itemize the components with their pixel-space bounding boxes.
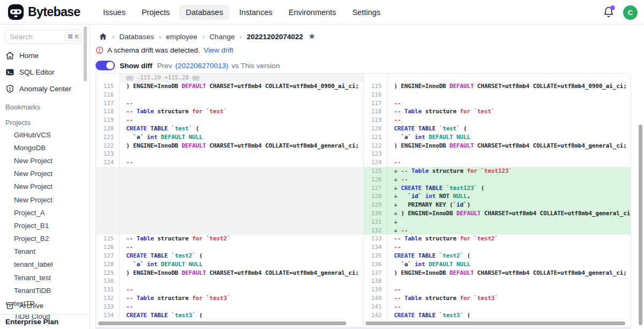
horizontal-scrollbar-right[interactable]: [365, 321, 625, 325]
project-item[interactable]: New Project: [0, 180, 90, 193]
line-number: 119: [96, 116, 120, 125]
project-item[interactable]: Tenant: [0, 245, 90, 258]
brand[interactable]: Bytebase: [0, 4, 90, 20]
diff-row: 133-- Table structure for `test2`: [364, 235, 631, 243]
diff-pane-current: 115) ENGINE=InnoDB DEFAULT CHARSET=utf8m…: [363, 74, 631, 328]
project-item[interactable]: GitHubVCS: [0, 128, 90, 141]
line-number: 131: [96, 286, 120, 294]
diff-row: 131--: [96, 286, 363, 294]
project-item[interactable]: TenantTiDB: [0, 284, 90, 297]
line-number: 136: [364, 260, 387, 269]
diff-row: 116: [96, 91, 363, 99]
project-item[interactable]: Tenant_test: [0, 271, 90, 284]
line-number: 141: [364, 303, 387, 311]
diff-row: 127CREATE TABLE `test2` (: [96, 252, 363, 260]
chevron-right-icon: ›: [202, 33, 204, 41]
project-item[interactable]: MongoDB: [0, 141, 90, 154]
line-number: 115: [96, 82, 120, 91]
project-item[interactable]: Project_A: [0, 206, 90, 219]
prev-version-link[interactable]: (202206270013): [175, 62, 229, 70]
nav-item-issues[interactable]: Issues: [97, 5, 132, 20]
project-item[interactable]: New Project: [0, 154, 90, 167]
code-line: -- Table structure for `test`: [120, 107, 363, 116]
breadcrumb-home-icon[interactable]: [99, 32, 107, 41]
diff-hunk-header: [364, 74, 631, 82]
line-number: [96, 226, 120, 235]
nav-item-instances[interactable]: Instances: [233, 5, 279, 20]
line-number: 123: [96, 150, 120, 158]
show-diff-toggle[interactable]: [96, 61, 115, 70]
line-number: [96, 192, 120, 201]
breadcrumb-item-databases[interactable]: Databases: [119, 33, 154, 41]
line-number: [96, 201, 120, 209]
diff-row: 142CREATE TABLE `test3` (: [364, 311, 631, 320]
code-line: [387, 74, 631, 82]
sidebar-scrollbar[interactable]: [84, 26, 87, 82]
nav-item-settings[interactable]: Settings: [346, 5, 386, 20]
code-line: `a` int DEFAULT NULL: [387, 133, 631, 142]
code-line: [120, 192, 363, 201]
code-line: [120, 91, 363, 99]
star-icon[interactable]: ★: [308, 32, 316, 41]
notifications-button[interactable]: [603, 6, 614, 18]
sidebar-item-sql-editor[interactable]: SQL Editor: [0, 64, 90, 81]
diff-row: 140-- Table structure for `test3`: [364, 294, 631, 303]
diff-row: 129) ENGINE=InnoDB DEFAULT CHARSET=utf8m…: [96, 269, 363, 277]
line-number: 127: [364, 184, 387, 193]
sidebar-item-anomaly-center[interactable]: Anomaly Center: [0, 81, 90, 97]
diff-row: 122) ENGINE=InnoDB DEFAULT CHARSET=utf8m…: [364, 142, 631, 150]
sidebar-section-projects: Projects: [0, 113, 90, 128]
project-list: GitHubVCSMongoDBNew ProjectNew ProjectNe…: [0, 128, 90, 323]
sidebar-item-home[interactable]: Home: [0, 47, 90, 64]
diff-row: 118-- Table structure for `test`: [96, 107, 363, 116]
breadcrumb-item-change[interactable]: Change: [209, 33, 235, 41]
sidebar-item-archive[interactable]: Archive: [0, 297, 90, 314]
code-line: ) ENGINE=InnoDB DEFAULT CHARSET=utf8mb4 …: [387, 142, 631, 150]
line-number: 118: [96, 107, 120, 116]
nav-item-projects[interactable]: Projects: [135, 5, 176, 20]
diff-row-added: 130+ ) ENGINE=InnoDB DEFAULT CHARSET=utf…: [364, 209, 631, 218]
nav-item-databases[interactable]: Databases: [179, 5, 229, 20]
main-nav: IssuesProjectsDatabasesInstancesEnvironm…: [90, 5, 387, 20]
project-item[interactable]: New Project: [0, 167, 90, 180]
line-number: 120: [364, 125, 387, 133]
view-drift-link[interactable]: View drift: [204, 46, 233, 54]
alert-circle-icon: [96, 46, 104, 54]
search-placeholder: Search: [10, 33, 33, 41]
diff-row: 121 `a` int DEFAULT NULL: [96, 133, 363, 142]
brand-name: Bytebase: [28, 5, 80, 19]
line-number: 117: [364, 99, 387, 108]
code-line: ) ENGINE=InnoDB DEFAULT CHARSET=utf8mb4 …: [120, 82, 363, 91]
project-item[interactable]: tenant_label: [0, 258, 90, 271]
notification-dot: [610, 5, 615, 10]
diff-row: 123: [364, 150, 631, 158]
horizontal-scrollbar-left[interactable]: [98, 321, 346, 325]
nav-item-environments[interactable]: Environments: [282, 5, 343, 20]
diff-row: 115) ENGINE=InnoDB DEFAULT CHARSET=utf8m…: [96, 82, 363, 91]
line-number: 132: [364, 226, 387, 235]
search-input[interactable]: Search ⌘ K: [4, 30, 85, 44]
project-item[interactable]: New Project: [0, 193, 90, 206]
project-item[interactable]: Project_B1: [0, 219, 90, 232]
code-line: +: [387, 218, 631, 226]
code-line: --: [387, 99, 631, 108]
breadcrumb-item-employee[interactable]: employee: [166, 33, 197, 41]
avatar[interactable]: C: [623, 5, 638, 20]
diff-row: 132-- Table structure for `test3`: [96, 294, 363, 303]
code-line: + `id` int NOT NULL,: [387, 192, 631, 201]
code-line: ) ENGINE=InnoDB DEFAULT CHARSET=utf8mb4 …: [120, 142, 363, 150]
code-line: + PRIMARY KEY (`id`): [387, 201, 631, 209]
project-item[interactable]: Project_B2: [0, 232, 90, 245]
diff-row: 125-- Table structure for `test2`: [96, 235, 363, 243]
page-vertical-scrollbar[interactable]: [639, 125, 642, 325]
diff-row: 117--: [96, 99, 363, 108]
line-number: 129: [364, 201, 387, 209]
breadcrumb: › Databases › employee › Change › 202212…: [90, 25, 644, 41]
diff-row-added: 128+ `id` int NOT NULL,: [364, 192, 631, 201]
line-number: 116: [364, 91, 387, 99]
chevron-right-icon: ›: [112, 33, 114, 41]
diff-hunk-header: @@ -115,20 +115,28 @@: [96, 74, 363, 82]
line-number: 128: [364, 192, 387, 201]
code-line: [120, 218, 363, 226]
line-number: 135: [364, 252, 387, 260]
